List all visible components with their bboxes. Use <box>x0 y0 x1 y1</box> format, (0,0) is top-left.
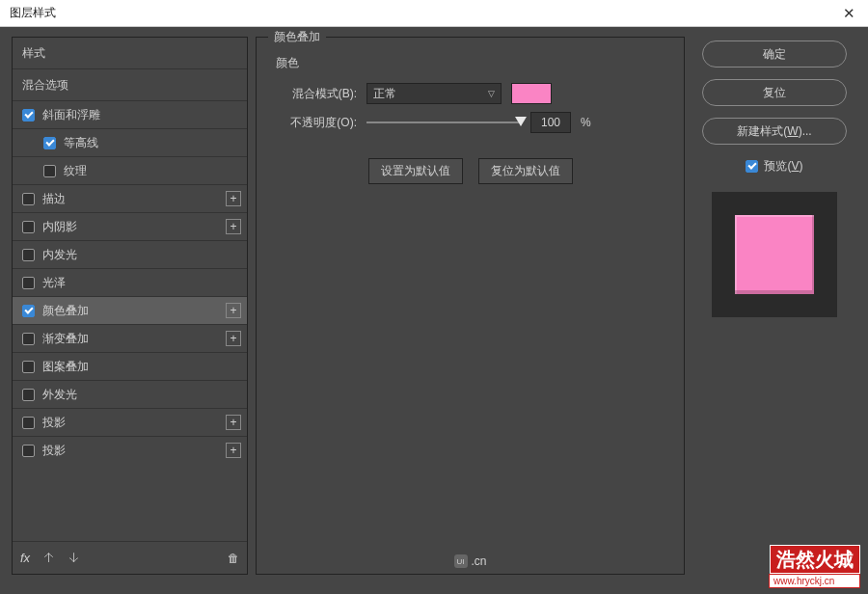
plus-icon[interactable]: + <box>226 303 241 318</box>
sidebar-heading-blend[interactable]: 混合选项 <box>13 68 247 100</box>
trash-icon[interactable]: 🗑 <box>228 552 239 565</box>
sidebar-item-label: 内阴影 <box>42 219 77 235</box>
sidebar-item-label: 纹理 <box>64 163 87 179</box>
checkbox-icon[interactable] <box>43 137 56 149</box>
sidebar-item-label: 图案叠加 <box>42 359 89 375</box>
sidebar-item-drop-shadow[interactable]: 投影 + <box>13 408 247 436</box>
sidebar-item-label: 投影 <box>42 443 66 459</box>
watermark: 浩然火城 www.hryckj.cn <box>770 545 860 588</box>
checkbox-icon[interactable] <box>43 165 56 177</box>
checkbox-icon[interactable] <box>22 193 35 205</box>
sidebar-item-outer-glow[interactable]: 外发光 <box>13 380 247 408</box>
plus-icon[interactable]: + <box>226 443 241 458</box>
chevron-down-icon: ▽ <box>488 89 495 98</box>
opacity-unit: % <box>581 116 591 129</box>
panel-title: 颜色叠加 <box>268 29 326 45</box>
sidebar-item-pattern-overlay[interactable]: 图案叠加 <box>13 352 247 380</box>
sidebar-footer: fx 🡡 🡣 🗑 <box>13 541 247 574</box>
slider-thumb[interactable] <box>515 117 527 126</box>
opacity-slider[interactable] <box>366 115 521 130</box>
ui-badge-text: .cn <box>471 554 486 568</box>
sidebar-item-gradient-overlay[interactable]: 渐变叠加 + <box>13 324 247 352</box>
preview-toggle[interactable]: 预览(V) <box>746 158 802 175</box>
arrow-down-icon[interactable]: 🡣 <box>68 552 80 565</box>
plus-icon[interactable]: + <box>226 219 241 234</box>
preview-swatch <box>735 215 814 294</box>
sidebar-item-label: 光泽 <box>42 275 66 291</box>
preview-label: 预览(V) <box>764 158 802 175</box>
reset-default-button[interactable]: 复位为默认值 <box>478 158 573 184</box>
default-buttons: 设置为默认值 复位为默认值 <box>272 158 668 184</box>
checkbox-icon[interactable] <box>22 445 35 457</box>
center-footer-badge: UI .cn <box>453 554 486 568</box>
sidebar-item-label: 内发光 <box>42 247 77 263</box>
sidebar-item-color-overlay[interactable]: 颜色叠加 + <box>13 296 247 324</box>
dialog-body: 样式 混合选项 斜面和浮雕 等高线 纹理 描边 + 内阴影 + 内发光 <box>0 27 868 594</box>
sidebar-heading-styles[interactable]: 样式 <box>13 38 247 68</box>
checkbox-icon[interactable] <box>22 305 35 317</box>
panel-subtitle: 颜色 <box>272 51 668 79</box>
sidebar-item-satin[interactable]: 光泽 <box>13 268 247 296</box>
blend-mode-row: 混合模式(B): 正常 ▽ <box>272 79 668 108</box>
color-overlay-fieldset: 颜色叠加 颜色 混合模式(B): 正常 ▽ 不透明度(O): 100 % <box>256 37 685 575</box>
plus-icon[interactable]: + <box>226 331 241 346</box>
make-default-button[interactable]: 设置为默认值 <box>368 158 463 184</box>
opacity-row: 不透明度(O): 100 % <box>272 108 668 137</box>
sidebar-item-label: 描边 <box>42 191 66 207</box>
plus-icon[interactable]: + <box>226 415 241 430</box>
blend-mode-select[interactable]: 正常 ▽ <box>366 83 502 104</box>
checkbox-icon[interactable] <box>22 249 35 261</box>
ok-button[interactable]: 确定 <box>702 40 847 68</box>
fx-icon[interactable]: fx <box>20 551 30 565</box>
sidebar-item-label: 颜色叠加 <box>42 303 89 319</box>
slider-track <box>366 122 521 123</box>
ui-badge-icon: UI <box>453 554 467 568</box>
sidebar-item-label: 等高线 <box>64 135 98 151</box>
checkbox-icon[interactable] <box>22 277 35 289</box>
checkbox-icon[interactable] <box>22 361 35 373</box>
styles-sidebar: 样式 混合选项 斜面和浮雕 等高线 纹理 描边 + 内阴影 + 内发光 <box>12 37 248 575</box>
sidebar-item-label: 投影 <box>42 415 66 431</box>
plus-icon[interactable]: + <box>226 191 241 206</box>
sidebar-item-texture[interactable]: 纹理 <box>13 156 247 184</box>
checkbox-icon[interactable] <box>22 109 35 122</box>
new-style-label: 新建样式(W)... <box>737 123 811 140</box>
checkbox-icon[interactable] <box>22 333 35 345</box>
arrow-up-icon[interactable]: 🡡 <box>43 552 55 565</box>
title-bar: 图层样式 ✕ <box>0 0 868 27</box>
preview-thumbnail <box>712 192 837 317</box>
sidebar-item-inner-glow[interactable]: 内发光 <box>13 240 247 268</box>
action-column: 确定 复位 新建样式(W)... 预览(V) <box>692 37 856 590</box>
sidebar-item-label: 外发光 <box>42 387 77 403</box>
sidebar-item-label: 斜面和浮雕 <box>42 107 100 123</box>
opacity-value[interactable]: 100 <box>530 112 571 133</box>
new-style-button[interactable]: 新建样式(W)... <box>702 118 847 145</box>
checkbox-icon[interactable] <box>22 221 35 233</box>
color-swatch[interactable] <box>511 83 552 104</box>
checkbox-icon[interactable] <box>22 417 35 429</box>
cancel-button[interactable]: 复位 <box>702 79 847 106</box>
sidebar-item-contour[interactable]: 等高线 <box>13 128 247 156</box>
sidebar-item-inner-shadow[interactable]: 内阴影 + <box>13 212 247 240</box>
sidebar-item-bevel[interactable]: 斜面和浮雕 <box>13 100 247 128</box>
opacity-label: 不透明度(O): <box>272 115 357 131</box>
blend-mode-label: 混合模式(B): <box>272 86 357 102</box>
checkbox-icon[interactable] <box>746 160 758 173</box>
watermark-brand: 浩然火城 <box>770 545 860 574</box>
sidebar-item-label: 渐变叠加 <box>42 331 89 347</box>
sidebar-item-drop-shadow-2[interactable]: 投影 + <box>13 436 247 464</box>
settings-panel: 颜色叠加 颜色 混合模式(B): 正常 ▽ 不透明度(O): 100 % <box>256 37 685 590</box>
blend-mode-value: 正常 <box>373 86 396 102</box>
sidebar-item-stroke[interactable]: 描边 + <box>13 184 247 212</box>
window-title: 图层样式 <box>10 5 56 21</box>
watermark-url: www.hryckj.cn <box>769 574 860 588</box>
close-icon[interactable]: ✕ <box>829 0 868 27</box>
checkbox-icon[interactable] <box>22 389 35 401</box>
